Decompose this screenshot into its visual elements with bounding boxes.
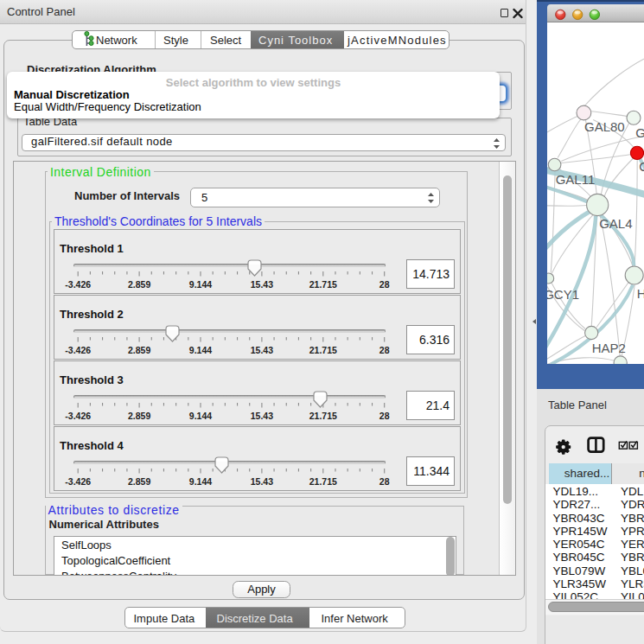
svg-text:CY: CY bbox=[639, 159, 644, 174]
svg-text:GAL4: GAL4 bbox=[599, 215, 632, 230]
svg-text:GAL80: GAL80 bbox=[584, 119, 625, 134]
svg-text:HIS4: HIS4 bbox=[636, 286, 644, 301]
svg-text:GAL7: GAL7 bbox=[635, 125, 644, 140]
svg-text:GAL11: GAL11 bbox=[555, 172, 595, 187]
svg-text:HAP2: HAP2 bbox=[591, 341, 625, 355]
svg-text:GCY1: GCY1 bbox=[547, 287, 579, 302]
